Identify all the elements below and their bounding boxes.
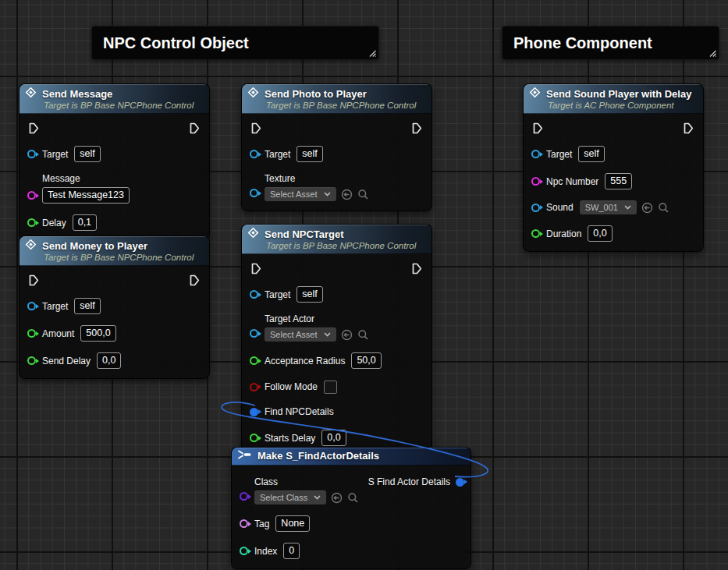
node-header[interactable]: Send Photo to Player Target is BP Base N… xyxy=(242,84,431,114)
function-icon xyxy=(529,87,541,101)
pin-label: Npc Number xyxy=(546,176,598,187)
comment-title: Phone Component xyxy=(513,34,652,52)
node-subtitle: Target is BP Base NPCPhone Control xyxy=(266,241,425,250)
use-asset-icon[interactable] xyxy=(341,189,353,200)
duration-input[interactable]: 0,0 xyxy=(588,225,612,242)
sound-pin[interactable] xyxy=(531,204,540,212)
target-input[interactable]: self xyxy=(578,146,604,162)
browse-asset-icon[interactable] xyxy=(357,189,369,200)
exec-in-pin[interactable] xyxy=(29,122,39,134)
target-pin[interactable] xyxy=(250,150,258,158)
tag-pin[interactable] xyxy=(240,519,248,528)
amount-input[interactable]: 500,0 xyxy=(80,325,115,342)
target-input[interactable]: self xyxy=(74,146,100,162)
index-pin[interactable] xyxy=(240,547,248,555)
node-title: Make S_FindActorDetails xyxy=(257,450,379,462)
pin-label: Target xyxy=(546,149,572,160)
texture-pin[interactable] xyxy=(250,189,258,197)
pin-label: Find NPCDetails xyxy=(265,406,334,417)
target-input[interactable]: self xyxy=(74,298,100,314)
node-send-message[interactable]: Send Message Target is BP Base NPCPhone … xyxy=(19,83,210,241)
pin-label: Target xyxy=(42,301,68,312)
target-pin[interactable] xyxy=(27,302,36,310)
tag-input[interactable]: None xyxy=(275,515,310,532)
node-send-money-to-player[interactable]: Send Money to Player Target is BP Base N… xyxy=(19,235,210,379)
exec-in-pin[interactable] xyxy=(251,263,261,274)
message-input[interactable]: Test Message123 xyxy=(42,187,130,204)
browse-asset-icon[interactable] xyxy=(658,202,669,214)
use-asset-icon[interactable] xyxy=(331,492,343,504)
exec-out-pin[interactable] xyxy=(412,122,422,134)
texture-asset-dropdown[interactable]: Select Asset xyxy=(265,187,336,201)
find-npcdetails-pin[interactable] xyxy=(250,408,258,416)
exec-in-pin[interactable] xyxy=(533,122,543,134)
acceptance-radius-pin[interactable] xyxy=(250,356,258,365)
target-actor-pin[interactable] xyxy=(250,329,258,338)
pin-label: Texture xyxy=(265,173,295,184)
message-pin[interactable] xyxy=(27,191,36,200)
amount-pin[interactable] xyxy=(27,329,36,338)
function-icon xyxy=(247,227,259,241)
comment-resize-handle[interactable] xyxy=(368,48,377,58)
pin-label: Amount xyxy=(42,328,74,339)
exec-in-pin[interactable] xyxy=(29,274,39,286)
follow-mode-checkbox[interactable] xyxy=(324,381,337,394)
pin-label: Sound xyxy=(546,202,574,213)
target-actor-asset-dropdown[interactable]: Select Asset xyxy=(265,327,336,342)
pin-label: Tag xyxy=(254,519,269,529)
make-struct-icon xyxy=(237,450,252,462)
node-send-npctarget[interactable]: Send NPCTarget Target is BP Base NPCPhon… xyxy=(241,224,432,456)
npc-number-pin[interactable] xyxy=(531,177,540,186)
node-subtitle: Target is BP Base NPCPhone Control xyxy=(44,101,203,110)
pin-label: Index xyxy=(254,546,277,557)
npc-number-input[interactable]: 555 xyxy=(605,173,632,189)
function-icon xyxy=(25,87,37,101)
send-delay-input[interactable]: 0,0 xyxy=(97,352,121,369)
node-send-photo-to-player[interactable]: Send Photo to Player Target is BP Base N… xyxy=(241,83,432,211)
use-asset-icon[interactable] xyxy=(641,202,653,214)
graph-canvas[interactable]: NPC Control Object Phone Component Send … xyxy=(0,0,728,570)
node-send-sound-player-with-delay[interactable]: Send Sound Player with Delay Target is A… xyxy=(523,83,704,252)
pin-label: Target xyxy=(265,289,290,300)
send-delay-pin[interactable] xyxy=(27,356,36,365)
pin-label: Send Delay xyxy=(42,356,91,366)
comment-npc-control-object[interactable]: NPC Control Object xyxy=(91,26,379,60)
duration-pin[interactable] xyxy=(531,229,540,238)
index-input[interactable]: 0 xyxy=(283,543,300,559)
use-asset-icon[interactable] xyxy=(341,329,353,341)
exec-out-pin[interactable] xyxy=(684,122,694,134)
target-pin[interactable] xyxy=(250,290,258,299)
starts-delay-pin[interactable] xyxy=(250,434,258,442)
node-make-s-findactordetails[interactable]: Make S_FindActorDetails S Find Actor Det… xyxy=(231,447,471,569)
node-subtitle: Target is BP Base NPCPhone Control xyxy=(44,253,203,262)
comment-phone-component[interactable]: Phone Component xyxy=(502,26,719,60)
chevron-down-icon xyxy=(624,205,631,210)
exec-in-pin[interactable] xyxy=(251,122,261,134)
delay-pin[interactable] xyxy=(27,218,36,227)
target-input[interactable]: self xyxy=(297,146,322,162)
exec-out-pin[interactable] xyxy=(190,122,200,134)
follow-mode-pin[interactable] xyxy=(250,383,258,391)
target-pin[interactable] xyxy=(27,150,36,158)
s-find-actor-details-output-pin[interactable] xyxy=(456,478,464,487)
exec-out-pin[interactable] xyxy=(412,263,422,274)
class-dropdown[interactable]: Select Class xyxy=(254,490,326,505)
exec-out-pin[interactable] xyxy=(190,274,200,286)
chevron-down-icon xyxy=(324,192,331,196)
node-header[interactable]: Send Sound Player with Delay Target is A… xyxy=(524,84,703,114)
delay-input[interactable]: 0,1 xyxy=(73,214,97,231)
browse-asset-icon[interactable] xyxy=(357,329,369,341)
starts-delay-input[interactable]: 0,0 xyxy=(321,430,346,446)
class-pin[interactable] xyxy=(240,492,248,501)
comment-resize-handle[interactable] xyxy=(708,48,717,58)
node-header[interactable]: Send Message Target is BP Base NPCPhone … xyxy=(20,84,209,114)
comment-title: NPC Control Object xyxy=(103,34,249,52)
chevron-down-icon xyxy=(324,332,331,337)
sound-asset-dropdown[interactable]: SW_001 xyxy=(580,200,637,214)
node-header[interactable]: Send Money to Player Target is BP Base N… xyxy=(20,236,209,266)
target-pin[interactable] xyxy=(531,150,540,158)
target-input[interactable]: self xyxy=(297,286,322,303)
acceptance-radius-input[interactable]: 50,0 xyxy=(351,352,381,369)
node-header[interactable]: Send NPCTarget Target is BP Base NPCPhon… xyxy=(242,225,431,254)
browse-asset-icon[interactable] xyxy=(347,492,359,504)
